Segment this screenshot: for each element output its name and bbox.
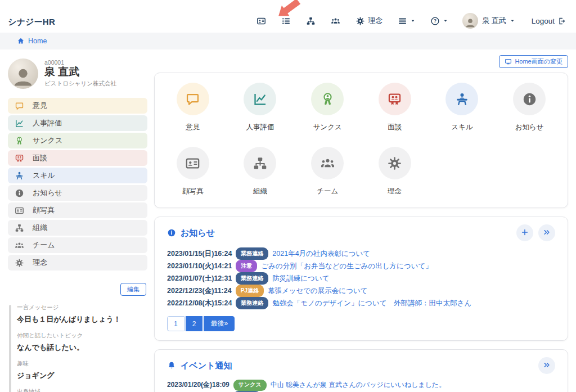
item-link[interactable]: ごみの分別「お弁当などの生ごみの出し方について」 (261, 262, 432, 270)
app-header: シナジーHR 理念? 泉 直武 Logout (0, 0, 576, 33)
quick-link-サンクス[interactable]: サンクス (294, 83, 361, 132)
quick-link-意見[interactable]: 意見 (159, 83, 227, 132)
nav-help-dropdown[interactable]: ? (430, 16, 448, 26)
list-item: 2023/01/07(土)12:31業務連絡防災訓練について (167, 272, 555, 285)
home-screen-change-button[interactable]: Home画面の変更 (499, 55, 568, 68)
sitemap-icon (15, 223, 24, 233)
app-logo[interactable]: シナジーHR (8, 17, 55, 29)
sidebar-scrollbar[interactable] (9, 305, 11, 392)
sidebar-item-面談[interactable]: 面談 (8, 150, 147, 166)
item-link[interactable]: 勉強会「モノのデザイン」について 外部講師：田中太郎さん (272, 299, 471, 307)
nav-menu-dropdown[interactable] (398, 16, 415, 26)
events-more-button[interactable] (538, 357, 555, 374)
category-badge: 業務連絡 (236, 297, 268, 309)
nav-photo-button[interactable] (256, 16, 266, 26)
employee-company: ビストロシャリン株式会社 (44, 80, 116, 88)
pagination-button-1[interactable]: 1 (167, 316, 184, 331)
quick-link-組織[interactable]: 組織 (227, 147, 294, 196)
nav-philosophy-button[interactable]: 理念 (356, 16, 382, 26)
item-link[interactable]: 幕張メッセでの展示会について (268, 287, 368, 295)
category-badge: 業務連絡 (236, 247, 268, 260)
chart-icon (15, 119, 24, 128)
item-date: 2023/01/10(火)14:21 (167, 262, 232, 270)
medal-icon (311, 83, 344, 115)
sidebar-item-組織[interactable]: 組織 (8, 220, 147, 236)
quick-link-顔写真[interactable]: 顔写真 (159, 147, 227, 196)
user-avatar (462, 13, 478, 29)
employee-name: 泉 直武 (44, 66, 116, 79)
sidebar-item-label: 組織 (33, 223, 47, 233)
sidebar-item-人事評価[interactable]: 人事評価 (8, 115, 147, 131)
profile-edit-button[interactable]: 編集 (120, 283, 146, 296)
category-badge: サンクス (233, 380, 267, 391)
medal-icon (15, 136, 24, 146)
info-icon (15, 188, 24, 198)
item-link[interactable]: 中山 聡美さんが泉 直武さんのバッジにいいねしました。 (271, 381, 446, 389)
quick-link-label: 組織 (253, 187, 267, 196)
item-link[interactable]: 防災訓練について (272, 274, 329, 282)
team-icon (15, 241, 24, 250)
nav-label: 理念 (368, 16, 382, 26)
quick-link-label: 人事評価 (246, 123, 274, 132)
quick-link-人事評価[interactable]: 人事評価 (227, 83, 294, 132)
sidebar-item-意見[interactable]: 意見 (8, 98, 147, 114)
quick-link-スキル[interactable]: スキル (429, 83, 496, 132)
events-panel-title: イベント通知 (167, 361, 232, 371)
sidebar-item-スキル[interactable]: スキル (8, 168, 147, 183)
gear-icon (379, 147, 411, 179)
id-card-icon (177, 147, 209, 179)
sidebar-item-label: スキル (33, 170, 55, 181)
sidebar-item-label: 人事評価 (33, 118, 62, 128)
header-nav: 理念? (256, 16, 448, 26)
pagination-button-2[interactable]: 2 (186, 316, 203, 331)
profile-field: 出身地域東京 (17, 388, 147, 392)
team-icon (311, 147, 344, 179)
team-icon (331, 16, 340, 26)
gear-icon (15, 258, 24, 268)
help-icon: ? (430, 16, 440, 26)
quick-link-お知らせ[interactable]: お知らせ (496, 83, 563, 132)
speech-icon (15, 101, 24, 111)
quick-link-理念[interactable]: 理念 (361, 147, 429, 196)
profile-details: 一言メッセージ今日も１日がんばりましょう！仲間と話したいトピックなんでも話したい… (8, 304, 147, 392)
gear-icon (356, 16, 365, 26)
nav-team-button[interactable] (331, 16, 340, 26)
nav-organization-button[interactable] (306, 16, 316, 26)
profile-field: 趣味ジョギング (17, 360, 147, 381)
pagination-button-3[interactable]: 最後» (204, 316, 235, 331)
quick-link-面談[interactable]: 面談 (361, 83, 429, 132)
nav-news-list-button[interactable] (281, 16, 291, 26)
profile-avatar[interactable] (8, 58, 38, 89)
sidebar-item-顔写真[interactable]: 顔写真 (8, 202, 147, 218)
quick-link-label: サンクス (313, 123, 342, 132)
item-date: 2023/01/07(土)12:31 (167, 274, 232, 282)
chevron-down-icon (510, 19, 515, 23)
user-menu[interactable]: 泉 直武 (462, 13, 515, 29)
sidebar-item-理念[interactable]: 理念 (8, 255, 147, 271)
main-content: Home画面の変更 意見人事評価サンクス面談スキルお知らせ顔写真組織チーム理念 … (154, 55, 568, 392)
profile-field-label: 趣味 (17, 360, 147, 368)
item-date: 2023/01/15(日)16:24 (167, 250, 232, 258)
profile-field-label: 仲間と話したいトピック (17, 332, 147, 340)
item-link[interactable]: 2021年4月の社内表彰について (272, 250, 370, 258)
sidebar-item-お知らせ[interactable]: お知らせ (8, 185, 147, 201)
news-more-button[interactable] (538, 224, 555, 241)
chevrons-icon (543, 361, 551, 371)
logout-label: Logout (532, 17, 555, 25)
logout-button[interactable]: Logout (532, 17, 566, 25)
list-item: 2023/01/20(金)18:09サンクス中山 聡美さんが泉 直武さんのバッジ… (167, 380, 555, 391)
home-screen-change-label: Home画面の変更 (515, 57, 562, 66)
item-date: 2022/12/23(金)11:24 (167, 287, 232, 295)
sidebar-item-label: サンクス (33, 136, 62, 146)
quick-link-label: スキル (451, 123, 472, 132)
breadcrumb[interactable]: Home (0, 33, 576, 49)
home-icon (17, 37, 25, 45)
category-badge: 業務連絡 (236, 272, 268, 285)
news-add-button[interactable] (516, 224, 533, 241)
quick-link-チーム[interactable]: チーム (294, 147, 361, 196)
sidebar-item-サンクス[interactable]: サンクス (8, 133, 147, 148)
chart-icon (244, 83, 276, 115)
sidebar-item-チーム[interactable]: チーム (8, 237, 147, 253)
employee-id: a00001 (44, 59, 116, 66)
quick-link-label: 意見 (186, 123, 200, 132)
